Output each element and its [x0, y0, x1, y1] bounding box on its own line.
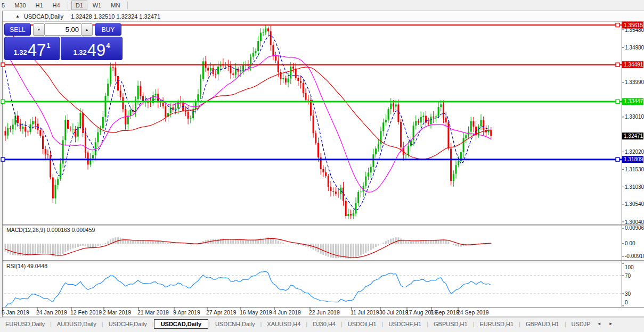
macd-indicator-label: MACD(12,26,9) 0.000163 0.000459: [6, 227, 95, 233]
svg-text:1.31809: 1.31809: [624, 156, 643, 162]
svg-text:4 Jun 2019: 4 Jun 2019: [273, 309, 301, 316]
svg-text:1.33010: 1.33010: [625, 114, 644, 120]
svg-text:9 Apr 2019: 9 Apr 2019: [173, 309, 200, 316]
svg-text:1.34980: 1.34980: [625, 45, 644, 51]
svg-text:1.34491: 1.34491: [624, 62, 643, 68]
svg-text:1.32471: 1.32471: [624, 133, 643, 139]
sell-price-point: 1: [46, 42, 50, 49]
volume-increase-icon[interactable]: ▲: [81, 23, 93, 36]
svg-text:1.33990: 1.33990: [625, 79, 644, 85]
svg-text:1.32020: 1.32020: [625, 149, 644, 155]
svg-text:0.00: 0.00: [625, 240, 635, 246]
svg-text:12 Feb 2019: 12 Feb 2019: [70, 309, 102, 316]
sell-price-display[interactable]: 1.32 47 1: [4, 37, 60, 60]
svg-text:1.33447: 1.33447: [624, 98, 643, 104]
svg-text:30: 30: [625, 291, 631, 297]
sell-button[interactable]: SELL: [4, 23, 31, 36]
svg-text:0.009062: 0.009062: [625, 225, 644, 231]
trade-panel-top-row: SELL ▼ ▲ BUY: [4, 23, 121, 36]
volume-input[interactable]: [45, 23, 81, 36]
svg-text:0: 0: [625, 300, 628, 305]
trading-app: 5M30H1H4D1W1MN ▲ USDCAD,Daily 1.32428 1.…: [0, 0, 644, 332]
svg-text:1.30040: 1.30040: [625, 219, 644, 225]
svg-text:24 Jan 2019: 24 Jan 2019: [36, 309, 67, 316]
svg-text:16 May 2019: 16 May 2019: [240, 309, 272, 316]
buy-price-display[interactable]: 1.32 49 4: [61, 37, 123, 60]
svg-text:1.35615: 1.35615: [624, 22, 643, 28]
svg-text:24 Sep 2019: 24 Sep 2019: [457, 309, 489, 316]
svg-text:5 Sep 2019: 5 Sep 2019: [430, 309, 459, 316]
svg-text:-0.009107: -0.009107: [625, 253, 644, 259]
buy-button[interactable]: BUY: [95, 23, 121, 36]
svg-text:1.31530: 1.31530: [625, 167, 644, 172]
svg-text:27 Apr 2019: 27 Apr 2019: [206, 309, 237, 316]
buy-price-point: 4: [106, 42, 110, 49]
svg-text:2 Mar 2019: 2 Mar 2019: [103, 309, 131, 316]
sell-price-pips: 47: [28, 43, 46, 58]
svg-text:1.31030: 1.31030: [625, 184, 644, 190]
svg-text:5 Jan 2019: 5 Jan 2019: [2, 309, 29, 316]
svg-text:1.30540: 1.30540: [625, 201, 644, 207]
sell-price-prefix: 1.32: [13, 48, 27, 56]
buy-price-pips: 49: [87, 43, 105, 58]
rsi-indicator-label: RSI(14) 49.0448: [6, 263, 47, 269]
volume-stepper: ▼ ▲: [33, 23, 93, 36]
volume-decrease-icon[interactable]: ▼: [33, 23, 45, 36]
svg-text:30 Jul 2019: 30 Jul 2019: [379, 309, 408, 316]
svg-text:21 Mar 2019: 21 Mar 2019: [137, 309, 169, 316]
one-click-trade-panel: SELL ▼ ▲ BUY 1.32 47 1 1.32 49 4: [4, 23, 121, 57]
buy-price-prefix: 1.32: [73, 48, 86, 56]
svg-text:22 Jun 2019: 22 Jun 2019: [309, 309, 340, 316]
svg-text:11 Jul 2019: 11 Jul 2019: [350, 309, 379, 316]
svg-text:70: 70: [625, 273, 631, 279]
svg-text:100: 100: [625, 264, 634, 270]
